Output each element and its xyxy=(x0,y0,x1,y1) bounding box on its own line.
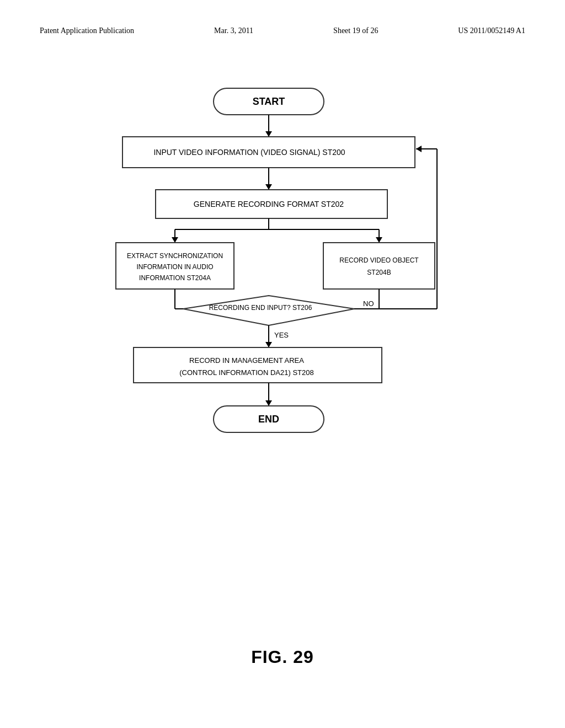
svg-text:(CONTROL  INFORMATION DA21)  S: (CONTROL INFORMATION DA21) ST208 xyxy=(179,368,313,377)
svg-text:EXTRACT SYNCHRONIZATION: EXTRACT SYNCHRONIZATION xyxy=(127,252,223,260)
header-patent: US 2011/0052149 A1 xyxy=(458,26,525,35)
header-date: Mar. 3, 2011 xyxy=(214,26,253,35)
header-sheet: Sheet 19 of 26 xyxy=(333,26,378,35)
svg-marker-7 xyxy=(265,184,272,190)
figure-caption: FIG. 29 xyxy=(251,647,314,667)
svg-marker-13 xyxy=(172,237,178,243)
svg-marker-36 xyxy=(416,146,422,152)
svg-text:END: END xyxy=(258,414,279,425)
svg-marker-38 xyxy=(265,342,272,347)
page-header: Patent Application Publication Mar. 3, 2… xyxy=(0,26,565,35)
svg-text:START: START xyxy=(253,96,285,107)
svg-text:INFORMATION IN AUDIO: INFORMATION IN AUDIO xyxy=(136,263,213,271)
svg-text:RECORD IN MANAGEMENT AREA: RECORD IN MANAGEMENT AREA xyxy=(189,356,304,365)
svg-rect-21 xyxy=(323,243,435,289)
svg-text:INFORMATION ST204A: INFORMATION ST204A xyxy=(139,274,211,282)
svg-text:INPUT VIDEO INFORMATION (VIDEO: INPUT VIDEO INFORMATION (VIDEO SIGNAL) S… xyxy=(153,148,345,157)
svg-text:RECORDING END INPUT?  ST206: RECORDING END INPUT? ST206 xyxy=(209,304,312,312)
svg-text:RECORD VIDEO OBJECT: RECORD VIDEO OBJECT xyxy=(339,256,419,264)
svg-text:ST204B: ST204B xyxy=(367,269,391,276)
svg-marker-44 xyxy=(265,400,272,406)
svg-text:NO: NO xyxy=(363,299,374,308)
svg-rect-40 xyxy=(134,347,382,383)
svg-text:YES: YES xyxy=(274,331,289,339)
svg-marker-16 xyxy=(376,237,382,243)
flowchart-svg: START INPUT VIDEO INFORMATION (VIDEO SIG… xyxy=(73,77,503,607)
diagram-area: START INPUT VIDEO INFORMATION (VIDEO SIG… xyxy=(33,77,543,684)
header-publication: Patent Application Publication xyxy=(40,26,134,35)
svg-text:GENERATE RECORDING FORMAT  ST2: GENERATE RECORDING FORMAT ST202 xyxy=(194,200,344,208)
svg-marker-3 xyxy=(265,131,272,137)
